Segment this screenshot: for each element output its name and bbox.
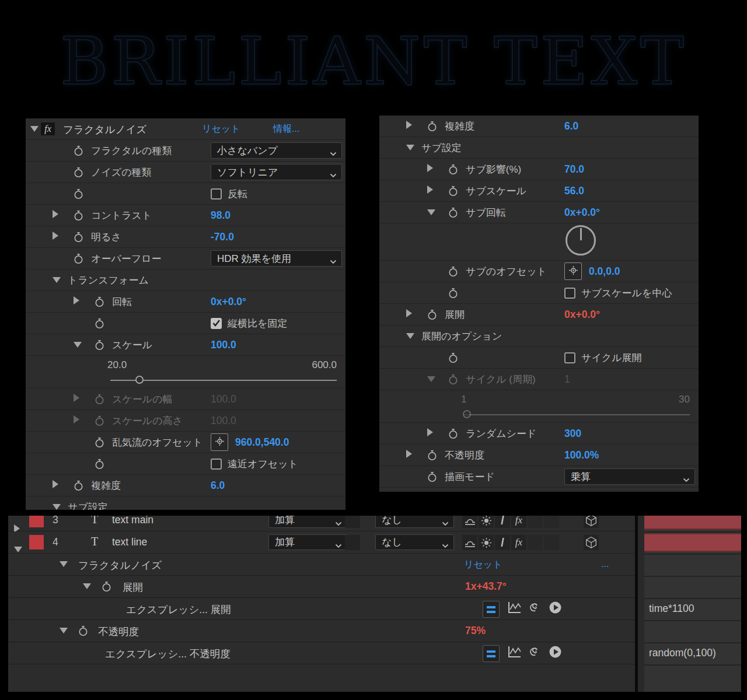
stopwatch-icon[interactable] [95,459,112,470]
stopwatch-icon[interactable] [448,288,466,299]
disclosure-closed-icon[interactable] [74,296,79,304]
property-value[interactable]: 98.0 [211,209,231,222]
layer-row[interactable]: 4Ttext line加算なし/fx [8,531,635,554]
stopwatch-icon[interactable] [427,121,445,132]
shy-icon[interactable] [462,516,477,528]
disclosure-closed-icon[interactable] [74,415,79,424]
stopwatch-icon[interactable] [448,428,466,439]
layer-duration-bar[interactable] [644,516,741,530]
reset-button[interactable]: リセット [202,123,240,135]
pick-whip-icon[interactable] [529,601,542,614]
dropdown[interactable]: 小さなバンプ [211,142,342,159]
stopwatch-icon[interactable] [95,296,112,307]
layer-row[interactable]: 3Ttext main加算なし/fx [8,516,635,531]
collapse-icon[interactable] [479,516,494,528]
stopwatch-icon[interactable] [74,232,91,243]
checkbox[interactable] [211,459,222,470]
disclosure-closed-icon[interactable] [427,186,433,194]
quality-icon[interactable]: / [495,535,510,550]
property-value[interactable]: 0x+0.0° [211,296,246,308]
property-value[interactable]: 100.0 [211,339,236,351]
effect-group-row[interactable]: フラクタルノイズリセット... [8,554,635,576]
stopwatch-icon[interactable] [74,167,91,178]
property-value[interactable]: 70.0 [564,163,584,176]
track-matte-dropdown[interactable]: なし [375,516,454,528]
track-matte-dropdown[interactable]: なし [375,534,454,550]
3d-layer-icon[interactable] [584,535,599,550]
disclosure-open-icon[interactable] [406,145,414,150]
property-value[interactable]: 960.0,540.0 [235,436,289,449]
stopwatch-icon[interactable] [74,188,91,200]
property-row[interactable]: 不透明度75% [8,620,635,642]
pick-whip-icon[interactable] [529,645,542,658]
stopwatch-icon[interactable] [427,471,445,482]
property-value[interactable]: 0.0,0.0 [589,265,620,278]
property-value[interactable]: 100.0% [564,449,599,461]
stopwatch-icon[interactable] [102,581,119,592]
stopwatch-icon[interactable] [74,145,91,156]
rotation-dial-icon[interactable] [566,225,596,256]
stopwatch-icon[interactable] [74,480,91,491]
anchor-target-button[interactable] [211,433,228,451]
disclosure-closed-icon[interactable] [427,428,433,436]
property-value[interactable]: -70.0 [211,231,234,243]
property-value[interactable]: 75% [465,625,486,637]
disclosure-closed-icon[interactable] [53,210,58,218]
fx-icon[interactable]: fx [511,516,526,528]
post-expression-graph-icon[interactable] [508,645,522,658]
more-options-button[interactable]: ... [601,559,609,569]
property-value[interactable]: 6.0 [211,480,225,492]
disclosure-closed-icon[interactable] [406,309,412,317]
switch-cell[interactable] [345,535,360,550]
property-row[interactable]: 展開1x+43.7° [8,576,635,598]
expression-menu-icon[interactable] [549,601,562,614]
disclosure-open-icon[interactable] [30,126,39,132]
layer-name[interactable]: text line [112,536,147,548]
stopwatch-icon[interactable] [448,266,466,277]
blend-mode-dropdown[interactable]: 加算 [268,516,347,528]
property-value[interactable]: 100.0 [211,393,236,405]
layer-name[interactable]: text main [112,516,153,526]
checkbox[interactable] [211,318,222,329]
slider-handle[interactable] [135,376,144,384]
slider-track[interactable] [464,414,690,415]
blend-mode-dropdown[interactable]: 加算 [268,534,347,550]
stopwatch-icon[interactable] [448,186,466,197]
expression-row[interactable]: エクスプレッシ... 展開 [8,598,635,620]
property-value[interactable]: 0x+0.0° [564,206,600,219]
disclosure-closed-icon[interactable] [406,450,412,458]
disclosure-closed-icon[interactable] [53,232,58,240]
checkbox[interactable] [564,288,575,299]
dropdown[interactable]: HDR 効果を使用 [211,250,342,267]
switch-cell[interactable] [528,516,543,528]
stopwatch-icon[interactable] [95,318,112,329]
disclosure-open-icon[interactable] [427,376,435,382]
checkbox[interactable] [211,188,222,200]
property-value[interactable]: 1 [564,373,570,386]
slider-handle[interactable] [463,410,471,418]
slider-track[interactable] [110,380,337,381]
stopwatch-icon[interactable] [427,450,445,461]
disclosure-closed-icon[interactable] [406,121,412,129]
disclosure-closed-icon[interactable] [53,480,58,488]
3d-layer-icon[interactable] [584,516,599,528]
checkbox[interactable] [564,352,575,363]
info-button[interactable]: 情報... [273,123,299,135]
stopwatch-icon[interactable] [78,625,96,636]
post-expression-graph-icon[interactable] [508,601,522,614]
stopwatch-icon[interactable] [95,415,112,426]
dropdown[interactable]: ソフトリニア [211,164,342,180]
disclosure-open-icon[interactable] [53,277,61,283]
stopwatch-icon[interactable] [448,352,466,363]
layer-color-chip[interactable] [29,516,44,527]
collapse-icon[interactable] [479,535,494,550]
disclosure-open-icon[interactable] [53,504,61,510]
switch-cell[interactable] [544,516,559,528]
property-value[interactable]: 1x+43.7° [465,580,507,593]
disclosure-closed-icon[interactable] [427,164,433,172]
stopwatch-icon[interactable] [427,309,445,320]
disclosure-open-icon[interactable] [14,547,22,552]
disclosure-open-icon[interactable] [427,209,435,215]
stopwatch-icon[interactable] [448,164,466,175]
expression-menu-icon[interactable] [549,645,562,659]
